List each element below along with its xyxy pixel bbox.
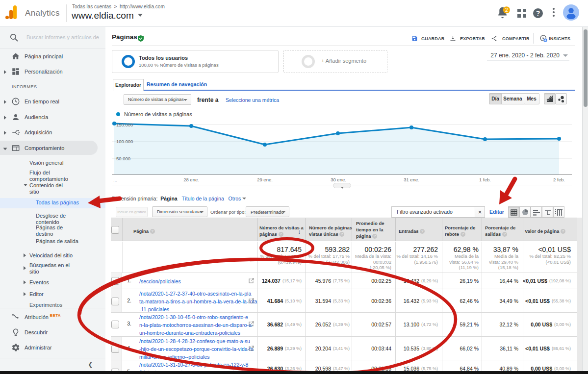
svg-text:2: 2	[505, 7, 508, 13]
